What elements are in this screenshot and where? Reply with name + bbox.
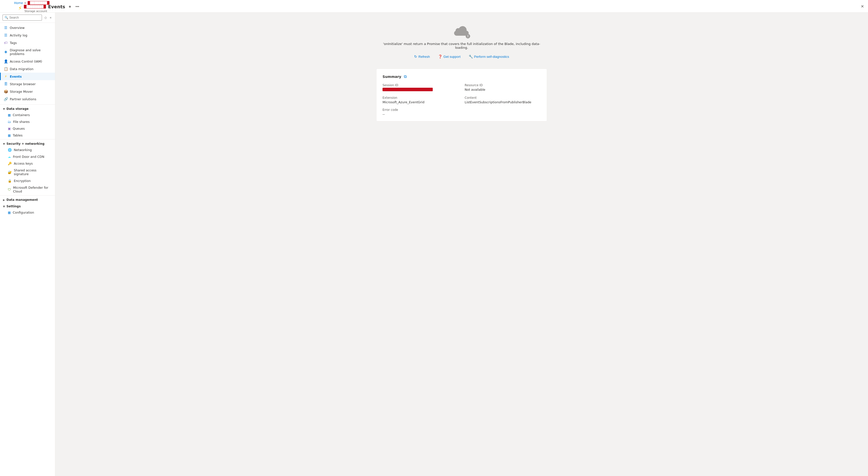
partner-solutions-icon: 🔗: [4, 97, 8, 101]
sidebar-item-encryption[interactable]: 🔒 Encryption: [0, 177, 55, 184]
data-storage-section[interactable]: ▼ Data storage: [0, 105, 55, 112]
divider-3: [0, 195, 55, 196]
sidebar-item-networking[interactable]: 🌐 Networking: [0, 147, 55, 153]
sidebar-item-partner-solutions[interactable]: 🔗 Partner solutions: [0, 95, 55, 103]
sidebar-item-overview[interactable]: ☰ Overview: [0, 24, 55, 31]
sidebar-label-access-keys: Access keys: [14, 161, 33, 166]
networking-icon: 🌐: [8, 148, 12, 152]
storage-browser-icon: 🗄: [4, 82, 8, 86]
sidebar-item-diagnose[interactable]: ✚ Diagnose and solve problems: [0, 47, 55, 58]
sidebar-item-events[interactable]: ⚡ Events: [0, 72, 55, 80]
security-networking-section[interactable]: ▼ Security + networking: [0, 140, 55, 147]
activity-log-icon: ☰: [4, 33, 8, 37]
encryption-icon: 🔒: [8, 179, 12, 183]
content-value: ListEventSubscriptionsFromPublisherBlade: [465, 100, 531, 104]
self-diagnostics-label: Perform self-diagnostics: [474, 55, 509, 59]
data-management-header: Data management: [6, 198, 38, 202]
sidebar-label-encryption: Encryption: [14, 179, 31, 183]
sidebar-item-activity-log[interactable]: ☰ Activity log: [0, 31, 55, 39]
session-id-field: Session ID: [382, 84, 459, 92]
error-panel: ! 'onInitialize' must return a Promise t…: [374, 18, 550, 65]
sidebar-item-containers[interactable]: ▦ Containers: [0, 112, 55, 118]
defender-icon: 🛡: [8, 188, 11, 191]
sidebar-item-data-migration[interactable]: 📋 Data migration: [0, 65, 55, 72]
sidebar-label-configuration: Configuration: [13, 211, 34, 214]
resource-id-field: Resource ID Not available: [465, 84, 541, 92]
settings-section[interactable]: ▼ Settings: [0, 203, 55, 209]
page-header: ⚡ ████████ Events ★ ••• Storage account: [4, 3, 865, 13]
file-shares-icon: 🗂: [8, 120, 11, 124]
sidebar-label-file-shares: File shares: [13, 120, 30, 124]
sidebar-item-tags[interactable]: 🏷 Tags: [0, 39, 55, 47]
get-support-label: Get support: [443, 55, 461, 59]
access-keys-icon: 🔑: [8, 161, 12, 166]
overview-icon: ☰: [4, 26, 8, 30]
sidebar-item-file-shares[interactable]: 🗂 File shares: [0, 118, 55, 125]
data-management-section[interactable]: ▶ Data management: [0, 196, 55, 203]
support-icon: ❓: [438, 55, 442, 59]
configuration-icon: ▦: [8, 211, 11, 214]
events-icon: ⚡: [18, 5, 22, 11]
search-actions: ◇ «: [43, 15, 53, 20]
sidebar-item-iam[interactable]: 👤 Access Control (IAM): [0, 58, 55, 65]
sidebar-item-configuration[interactable]: ▦ Configuration: [0, 209, 55, 216]
tags-icon: 🏷: [4, 41, 8, 45]
search-icon: 🔍: [4, 16, 8, 19]
summary-header: Summary ⧉: [382, 74, 541, 80]
search-settings-button[interactable]: ◇: [43, 15, 48, 20]
data-migration-icon: 📋: [4, 67, 8, 71]
front-door-icon: ☁: [8, 155, 11, 158]
diagnostics-icon: 🔧: [469, 55, 473, 59]
content-field: Content ListEventSubscriptionsFromPublis…: [465, 96, 541, 104]
sidebar-label-networking: Networking: [14, 148, 32, 152]
summary-title: Summary: [382, 75, 401, 79]
sidebar-label-containers: Containers: [13, 113, 30, 117]
divider-2: [0, 139, 55, 140]
sidebar-item-queues[interactable]: ▣ Queues: [0, 125, 55, 132]
sidebar-label-storage-mover: Storage Mover: [10, 90, 33, 93]
error-message: 'onInitialize' must return a Promise tha…: [379, 42, 545, 50]
cloud-error-icon: !: [454, 25, 470, 38]
search-input[interactable]: [2, 14, 42, 21]
data-storage-header: Data storage: [6, 107, 29, 111]
extension-value: Microsoft_Azure_EventGrid: [382, 100, 425, 104]
content-label: Content: [465, 96, 541, 99]
refresh-button[interactable]: ↻ Refresh: [412, 54, 432, 60]
sidebar-label-partner-solutions: Partner solutions: [10, 97, 36, 101]
sidebar-item-storage-mover[interactable]: 📦 Storage Mover: [0, 88, 55, 95]
copy-button[interactable]: ⧉: [403, 74, 407, 80]
sidebar-item-storage-browser[interactable]: 🗄 Storage browser: [0, 80, 55, 88]
sidebar-item-shared-access[interactable]: 🔐 Shared access signature: [0, 167, 55, 177]
events-nav-icon: ⚡: [4, 75, 8, 79]
queues-icon: ▣: [8, 127, 11, 130]
more-options-button[interactable]: •••: [74, 3, 81, 9]
self-diagnostics-button[interactable]: 🔧 Perform self-diagnostics: [467, 54, 511, 60]
sidebar-item-tables[interactable]: ▦ Tables: [0, 132, 55, 139]
sidebar-label-iam: Access Control (IAM): [10, 60, 42, 63]
sidebar: 🔍 ◇ « ☰ Overview ☰ Activity log 🏷 Tags ✚: [0, 12, 55, 476]
get-support-button[interactable]: ❓ Get support: [436, 54, 463, 60]
containers-icon: ▦: [8, 113, 11, 117]
sidebar-label-tables: Tables: [13, 133, 23, 137]
breadcrumb-sep: >: [24, 1, 26, 5]
sidebar-label-events: Events: [10, 75, 22, 79]
content-area: ! 'onInitialize' must return a Promise t…: [55, 12, 868, 126]
main-content: ! 'onInitialize' must return a Promise t…: [55, 12, 868, 476]
sidebar-item-access-keys[interactable]: 🔑 Access keys: [0, 160, 55, 167]
security-networking-items: 🌐 Networking ☁ Front Door and CDN 🔑 Acce…: [0, 147, 55, 195]
close-button[interactable]: ✕: [861, 4, 864, 8]
breadcrumb-home[interactable]: Home: [14, 1, 23, 5]
sidebar-item-front-door[interactable]: ☁ Front Door and CDN: [0, 153, 55, 160]
sidebar-item-defender[interactable]: 🛡 Microsoft Defender for Cloud: [0, 184, 55, 195]
collapse-sidebar-button[interactable]: «: [49, 15, 53, 20]
summary-card: Summary ⧉ Session ID Resource ID Not ava…: [376, 69, 547, 121]
tables-icon: ▦: [8, 133, 11, 137]
favorite-button[interactable]: ★: [67, 3, 72, 9]
page-title: Events: [48, 4, 65, 9]
settings-chevron: ▼: [3, 205, 5, 208]
error-code-value: --: [382, 112, 385, 116]
app-layout: 🔍 ◇ « ☰ Overview ☰ Activity log 🏷 Tags ✚: [0, 12, 868, 476]
sidebar-label-front-door: Front Door and CDN: [13, 155, 44, 158]
security-chevron: ▼: [3, 143, 5, 145]
security-networking-header: Security + networking: [6, 142, 44, 146]
